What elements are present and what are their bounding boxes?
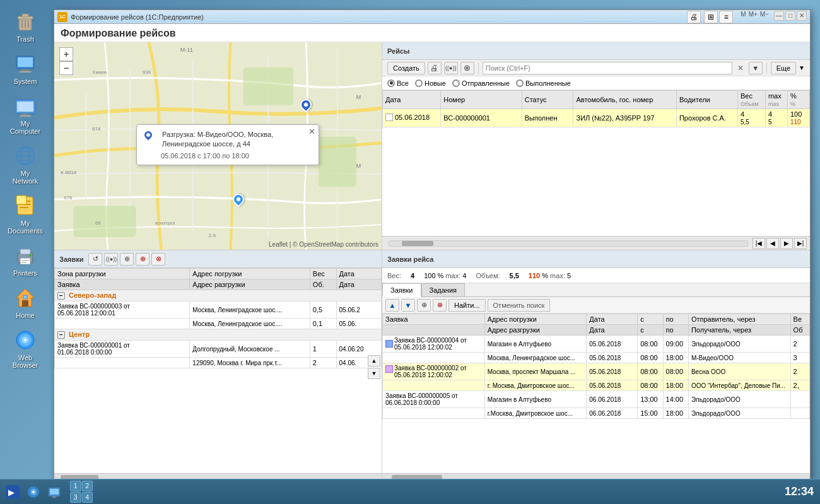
titlebar-print-icon[interactable]: 🖨 [687, 11, 701, 23]
zoom-out-button[interactable]: − [59, 61, 73, 75]
obj-max: 5 [567, 272, 571, 279]
reysy-nav-buttons: |◀ ◀ ▶ ▶| [753, 238, 807, 249]
minimize-button[interactable]: — [774, 11, 784, 21]
cancel-search-button[interactable]: Отменить поиск [488, 299, 551, 312]
radio-sent[interactable]: Отправленные [452, 79, 510, 87]
zayavki-table-container[interactable]: Зона разгрузки Адрес погрузки Вес Дата З… [54, 268, 382, 473]
zr-toolbar: ▲ ▼ ⊕ ⊗ Найти... Отменить поиск [382, 297, 810, 314]
radio-new[interactable]: Новые [415, 79, 446, 87]
zr-checkbox-2[interactable] [385, 365, 393, 373]
reysy-hscroll-thumb[interactable] [402, 241, 433, 246]
zr-checkbox-1[interactable] [385, 340, 393, 348]
zayavki-x-btn[interactable]: ⊗ [151, 253, 165, 266]
zr-remove-btn[interactable]: ⊗ [433, 299, 447, 312]
zr-arrow-down-btn[interactable]: ▼ [401, 299, 415, 312]
reysy-number: ВС-000000001 [441, 109, 522, 127]
my-computer-icon [13, 93, 38, 119]
svg-rect-58 [50, 489, 59, 495]
zayavki-arrow-up[interactable]: ▲ [368, 355, 380, 366]
zr-receiver-3: Эльдорадо/ООО [688, 408, 790, 419]
svg-rect-9 [19, 71, 32, 73]
reysy-row-selected[interactable]: 05.06.2018 ВС-000000001 Выполнен ЗИЛ (№2… [383, 109, 810, 127]
desktop-icon-home[interactable]: Home [3, 283, 48, 322]
svg-text:938: 938 [143, 69, 151, 75]
radio-all[interactable]: Все [387, 79, 409, 87]
collapse-severo-zapad[interactable]: − [57, 292, 65, 300]
order-cell: Заявка ВС-000000003 от05.06.2018 12:00:0… [55, 302, 190, 319]
zr-date-1b: 05.06.2018 [587, 353, 638, 363]
zr-col-to2: по [663, 325, 688, 336]
zr-arrow-up-btn[interactable]: ▲ [385, 299, 399, 312]
reysy-nav-first[interactable]: |◀ [753, 238, 765, 249]
titlebar-grid-icon[interactable]: ⊞ [704, 11, 718, 23]
taskbar-icon-2[interactable] [24, 483, 43, 501]
collapse-center[interactable]: − [57, 331, 65, 339]
zr-addr-load-3: Магазин в Алтуфьево [484, 391, 587, 408]
zayavki-col-ves: Вес [310, 269, 336, 279]
window-titlebar[interactable]: 1С Формирование рейсов (1С:Предприятие) … [54, 10, 810, 24]
desktop-icon-my-documents[interactable]: MyDocuments [3, 190, 48, 237]
zayavki-location-btn[interactable]: ⊕ [120, 253, 134, 266]
reysy-location-btn[interactable]: ⊕ [460, 62, 474, 74]
create-button[interactable]: Создать [387, 62, 425, 74]
row-checkbox[interactable] [385, 114, 393, 121]
zayavki-refresh-btn[interactable]: ↺ [88, 253, 102, 266]
taskbar-grid-3[interactable]: 3 [70, 492, 81, 503]
taskbar-start-btn[interactable]: ▶ [3, 483, 22, 501]
radio-done[interactable]: Выполненные [516, 79, 571, 87]
ves-max-label: max: [445, 272, 460, 279]
taskbar-grid-1[interactable]: 1 [70, 481, 81, 491]
zr-location-btn[interactable]: ⊕ [417, 299, 431, 312]
zr-addr-unload-3: г.Москва, Дмитровское шос... [484, 408, 587, 419]
svg-rect-25 [20, 249, 30, 254]
close-button[interactable]: ✕ [797, 11, 807, 21]
zr-addr-load-2: Москва, проспект Маршала ... [484, 363, 587, 380]
search-clear-btn[interactable]: ✕ [735, 62, 746, 74]
svg-rect-13 [20, 115, 31, 117]
zoom-in-button[interactable]: + [59, 47, 73, 61]
search-options-btn[interactable]: ▼ [749, 62, 763, 74]
ves-value: 4 [411, 272, 414, 279]
find-button[interactable]: Найти... [448, 299, 486, 312]
map-area: М-11 М М К-0014 938 674 66 678 2-9 асног… [54, 42, 382, 250]
reysy-hscroll[interactable] [389, 240, 748, 247]
my-documents-icon [13, 193, 38, 218]
tab-zayavki[interactable]: Заявки [382, 283, 421, 297]
taskbar-grid-2[interactable]: 2 [82, 481, 93, 491]
desktop-icon-printers[interactable]: Printers [3, 240, 48, 279]
zayavki-plus-btn[interactable]: ⊕ [136, 253, 149, 266]
home-icon [13, 285, 38, 310]
zr-obj-2: 2, [790, 380, 809, 391]
date-cell: 05.06.2 [336, 302, 381, 319]
reysy-search-input[interactable] [483, 62, 732, 74]
zr-sender-3: Эльдорадо/ООО [688, 391, 790, 408]
zr-table-container[interactable]: Заявка Адрес погрузки Дата с по Отправит… [382, 314, 810, 473]
page-title: Формирование рейсов [54, 24, 810, 42]
desktop-icon-trash[interactable]: Trash [3, 6, 48, 45]
more-button[interactable]: Еще [771, 62, 796, 74]
reysy-nav-prev[interactable]: ◀ [766, 238, 779, 249]
tab-zadaniya[interactable]: Задания [421, 283, 465, 296]
popup-close-button[interactable]: ✕ [308, 127, 315, 136]
main-window: 1С Формирование рейсов (1С:Предприятие) … [54, 9, 811, 483]
reysy-nav-next[interactable]: ▶ [780, 238, 793, 249]
reysy-nav-last[interactable]: ▶| [794, 238, 807, 249]
reysy-radio-btn[interactable]: ((●)) [444, 62, 458, 74]
maximize-button[interactable]: □ [785, 11, 795, 21]
zr-date-3: 06.06.2018 [587, 391, 638, 408]
zr-date-2: 05.06.2018 [587, 363, 638, 380]
desktop-icon-system[interactable]: System [3, 49, 48, 88]
zayavki-arrow-down[interactable]: ▼ [368, 368, 380, 379]
taskbar-icon-3[interactable] [45, 483, 64, 501]
desktop-icon-my-network[interactable]: MyNetwork [3, 141, 48, 187]
titlebar-list-icon[interactable]: ≡ [719, 11, 733, 23]
taskbar-grid-4[interactable]: 4 [82, 492, 93, 503]
zayavki-radio-btn[interactable]: ((●)) [104, 253, 118, 266]
desktop-icon-web-browser[interactable]: WebBrowser [3, 325, 48, 372]
desktop-icon-my-computer[interactable]: MyComputer [3, 91, 48, 138]
zayavki-col-obj: Об. [310, 279, 336, 290]
trash-icon [13, 9, 38, 34]
reysy-table-container[interactable]: Дата Номер Статус Автомобиль, гос. номер… [382, 90, 810, 236]
svg-rect-2 [22, 14, 28, 17]
reysy-print-btn[interactable]: 🖨 [428, 62, 442, 74]
